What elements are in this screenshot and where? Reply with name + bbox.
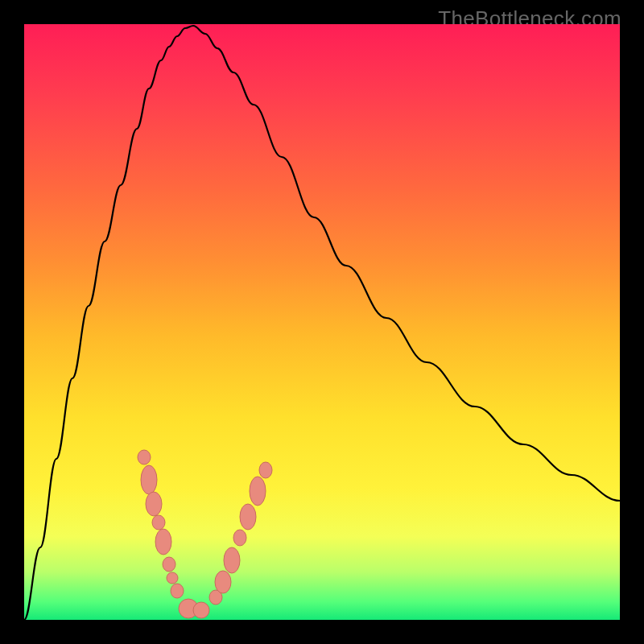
data-marker [155, 529, 171, 555]
curve-svg [24, 24, 620, 620]
data-marker [163, 557, 175, 572]
data-marker [171, 584, 184, 598]
data-marker [138, 450, 151, 464]
marker-group [138, 450, 272, 618]
data-marker [224, 547, 240, 573]
data-marker [233, 530, 246, 546]
bottleneck-curve [24, 26, 620, 620]
data-marker [193, 602, 209, 618]
data-marker [215, 571, 231, 593]
data-marker [167, 572, 178, 584]
data-marker [250, 477, 266, 506]
data-marker [152, 515, 165, 530]
data-marker [240, 504, 256, 530]
plot-area [24, 24, 620, 620]
data-marker [141, 465, 157, 494]
data-marker [146, 492, 162, 516]
chart-container: TheBottleneck.com [0, 0, 644, 644]
data-marker [259, 462, 272, 478]
